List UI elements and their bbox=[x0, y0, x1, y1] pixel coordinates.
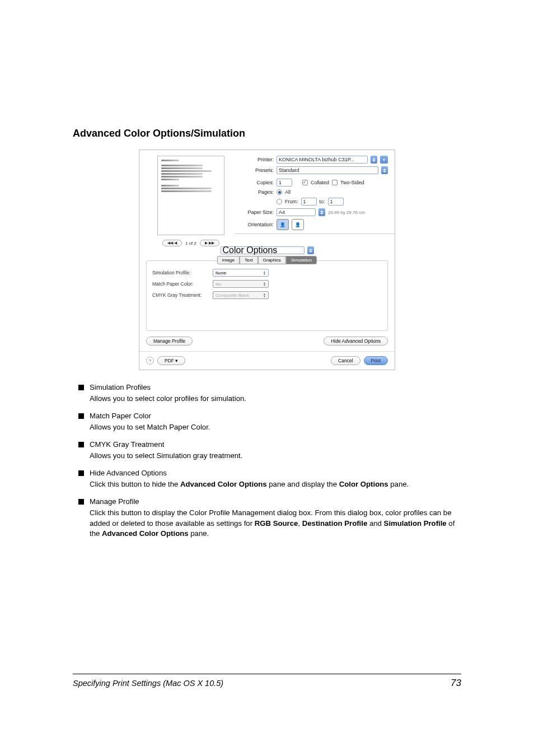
collated-checkbox[interactable] bbox=[302, 180, 308, 185]
pages-from-label: From: bbox=[285, 199, 298, 204]
printer-info-icon[interactable]: ▾ bbox=[380, 156, 388, 164]
pages-all-radio[interactable] bbox=[277, 189, 282, 195]
tab-simulation[interactable]: Simulation bbox=[286, 256, 317, 264]
copies-label: Copies: bbox=[241, 180, 274, 185]
bullet-icon bbox=[78, 470, 84, 476]
match-paper-color-label: Match Paper Color: bbox=[152, 281, 208, 287]
two-sided-label: Two-Sided bbox=[340, 180, 364, 185]
pdf-button[interactable]: PDF ▾ bbox=[157, 356, 185, 365]
orientation-portrait[interactable]: 👤 bbox=[277, 219, 289, 230]
bullet-icon bbox=[78, 499, 84, 505]
tab-graphics[interactable]: Graphics bbox=[258, 256, 286, 264]
pages-from-input[interactable]: 1 bbox=[301, 198, 317, 206]
pages-from-radio[interactable] bbox=[277, 199, 282, 204]
tab-text[interactable]: Text bbox=[240, 256, 258, 264]
cmyk-gray-select[interactable]: Composite Black ▲▼ bbox=[213, 291, 269, 299]
orientation-landscape[interactable]: 👤 bbox=[292, 219, 304, 230]
printer-value: KONICA MINOLTA bizhub C31P... bbox=[279, 157, 354, 162]
hide-advanced-options-button[interactable]: Hide Advanced Options bbox=[324, 337, 388, 346]
papersize-label: Paper Size: bbox=[241, 209, 274, 215]
papersize-select[interactable]: A4 bbox=[277, 208, 316, 216]
list-item-desc: Click this button to hide the Advanced C… bbox=[90, 479, 461, 489]
footer-page-number: 73 bbox=[451, 678, 461, 689]
presets-select[interactable]: Standard bbox=[277, 166, 378, 174]
simulation-profile-value: None bbox=[216, 270, 226, 276]
simulation-profile-label: Simulation Profile: bbox=[152, 270, 208, 276]
list-item-title: CMYK Gray Treatment bbox=[90, 440, 461, 450]
options-section-stepper-icon[interactable] bbox=[307, 246, 314, 254]
pager-prev[interactable]: ◀◀ ◀ bbox=[162, 240, 182, 246]
bullet-icon bbox=[78, 385, 84, 390]
list-item-desc: Allows you to select Simulation gray tre… bbox=[90, 451, 461, 461]
presets-label: Presets: bbox=[241, 167, 274, 173]
copies-input[interactable]: 1 bbox=[277, 179, 292, 186]
options-section-select[interactable]: Color Options bbox=[221, 246, 305, 254]
simulation-profile-select[interactable]: None ▲▼ bbox=[213, 269, 269, 277]
presets-value: Standard bbox=[279, 167, 299, 173]
pages-label: Pages: bbox=[241, 189, 274, 195]
help-icon[interactable]: ? bbox=[146, 357, 154, 365]
page-preview bbox=[157, 156, 224, 235]
printer-stepper-icon[interactable] bbox=[371, 156, 377, 164]
papersize-value: A4 bbox=[279, 209, 285, 215]
bullet-icon bbox=[78, 413, 84, 419]
document-page: Advanced Color Options/Simulation ◀◀ ◀ bbox=[0, 0, 534, 756]
presets-stepper-icon[interactable] bbox=[381, 166, 388, 174]
bullet-icon bbox=[78, 442, 84, 447]
list-item-title: Simulation Profiles bbox=[90, 382, 461, 393]
list-item-desc: Allows you to select color profiles for … bbox=[90, 394, 461, 404]
two-sided-checkbox[interactable] bbox=[332, 180, 338, 185]
list-item-desc: Allows you to set Match Paper Color. bbox=[90, 422, 461, 432]
papersize-stepper-icon[interactable] bbox=[318, 208, 325, 216]
cmyk-gray-value: Composite Black bbox=[216, 293, 249, 298]
tab-image[interactable]: Image bbox=[217, 256, 240, 264]
updown-icon: ▲▼ bbox=[263, 293, 266, 297]
cmyk-gray-label: CMYK Gray Treatment: bbox=[152, 292, 208, 298]
collated-label: Collated bbox=[311, 180, 329, 185]
list-item-title: Manage Profile bbox=[90, 497, 461, 507]
section-heading: Advanced Color Options/Simulation bbox=[73, 128, 461, 139]
match-paper-color-select[interactable]: No ▲▼ bbox=[213, 280, 269, 288]
list-item-title: Match Paper Color bbox=[90, 411, 461, 421]
footer-chapter: Specifying Print Settings (Mac OS X 10.5… bbox=[73, 679, 223, 688]
updown-icon: ▲▼ bbox=[263, 270, 266, 275]
pages-all-label: All bbox=[285, 189, 291, 195]
orientation-label: Orientation: bbox=[241, 222, 274, 227]
pages-to-input[interactable]: 1 bbox=[328, 198, 344, 206]
description-list: Simulation Profiles Allows you to select… bbox=[78, 382, 461, 539]
print-dialog-screenshot: ◀◀ ◀ 1 of 2 ▶ ▶▶ Printer: KONICA MINOLTA… bbox=[139, 150, 395, 370]
pager-count: 1 of 2 bbox=[185, 241, 196, 246]
cancel-button[interactable]: Cancel bbox=[331, 356, 360, 365]
papersize-dimensions: 20.99 by 29.70 cm bbox=[328, 210, 365, 215]
updown-icon: ▲▼ bbox=[263, 282, 266, 286]
pager-next[interactable]: ▶ ▶▶ bbox=[200, 240, 219, 246]
list-item-title: Hide Advanced Options bbox=[90, 468, 461, 478]
page-footer: Specifying Print Settings (Mac OS X 10.5… bbox=[73, 674, 461, 689]
printer-select[interactable]: KONICA MINOLTA bizhub C31P... bbox=[277, 156, 368, 164]
printer-label: Printer: bbox=[241, 157, 274, 162]
color-options-panel: Image Text Graphics Simulation Simulatio… bbox=[146, 260, 388, 331]
options-section-value: Color Options bbox=[223, 245, 278, 255]
match-paper-color-value: No bbox=[216, 282, 221, 287]
manage-profile-button[interactable]: Manage Profile bbox=[146, 337, 193, 346]
pages-to-label: to: bbox=[320, 199, 325, 204]
print-button[interactable]: Print bbox=[364, 356, 388, 365]
list-item-desc: Click this button to display the Color P… bbox=[90, 508, 461, 539]
